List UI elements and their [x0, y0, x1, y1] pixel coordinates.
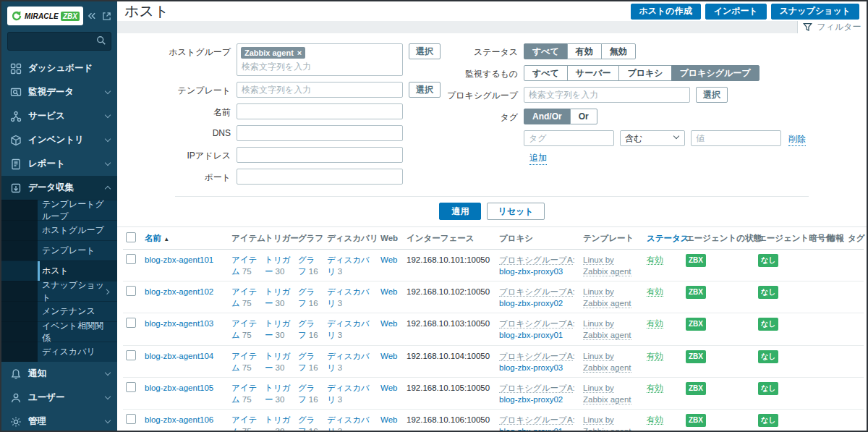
tag-value-input[interactable]: [691, 130, 781, 146]
select-all-checkbox[interactable]: [126, 232, 136, 242]
proxy-group-link[interactable]: プロキシグループA: [499, 287, 573, 297]
encryption-none-badge[interactable]: なし: [758, 350, 778, 363]
zbx-agent-badge[interactable]: ZBX: [686, 254, 706, 267]
sidebar-item-inventory[interactable]: インベントリ: [1, 128, 117, 152]
proxy-group-select-button[interactable]: 選択: [696, 87, 728, 103]
host-name-link[interactable]: blog-zbx-agent104: [145, 352, 213, 360]
submenu-item-hosts[interactable]: ホスト: [1, 261, 117, 281]
snapshot-button[interactable]: スナップショット: [771, 4, 859, 20]
tag-remove-link[interactable]: 削除: [788, 133, 806, 146]
template-input[interactable]: [237, 82, 403, 98]
sidebar-item-users[interactable]: ユーザー: [1, 386, 117, 410]
submenu-item-snapshot[interactable]: スナップショット: [1, 281, 117, 301]
template-link[interactable]: Linux by Zabbix agent: [583, 255, 631, 276]
hide-sidebar-icon[interactable]: [102, 12, 111, 21]
zbx-agent-badge[interactable]: ZBX: [686, 382, 706, 395]
sidebar-item-administration[interactable]: 管理: [1, 410, 117, 432]
miracle-zbx-logo[interactable]: MIRACLE ZBX: [7, 7, 83, 25]
discovery-link[interactable]: ディスカバリ: [327, 415, 370, 432]
web-link[interactable]: Web: [380, 352, 397, 360]
template-link[interactable]: Linux by Zabbix agent: [583, 319, 631, 340]
proxy-link[interactable]: blog-zbx-proxy01: [499, 331, 563, 339]
tag-operator-andor[interactable]: And/Or: [524, 109, 571, 124]
sidebar-item-monitoring[interactable]: 監視データ: [1, 80, 117, 104]
status-option-enabled[interactable]: 有効: [567, 43, 602, 59]
host-group-chip[interactable]: Zabbix agent×: [241, 47, 305, 59]
submenu-item-event-correlation[interactable]: イベント相関関係: [1, 321, 117, 342]
discovery-link[interactable]: ディスカバリ: [327, 352, 370, 372]
row-checkbox[interactable]: [126, 382, 136, 392]
zbx-agent-badge[interactable]: ZBX: [686, 286, 706, 299]
template-link[interactable]: Linux by Zabbix agent: [583, 384, 631, 405]
web-link[interactable]: Web: [380, 319, 397, 328]
sidebar-item-dashboard[interactable]: ダッシュボード: [1, 56, 117, 80]
proxy-group-link[interactable]: プロキシグループA: [499, 319, 573, 329]
discovery-link[interactable]: ディスカバリ: [327, 255, 370, 276]
proxy-group-link[interactable]: プロキシグループA: [499, 255, 573, 265]
proxy-group-link[interactable]: プロキシグループA: [499, 384, 573, 393]
template-link[interactable]: Linux by Zabbix agent: [583, 415, 631, 432]
tag-operator-or[interactable]: Or: [570, 109, 597, 124]
filter-tab[interactable]: フィルター: [797, 21, 867, 33]
discovery-link[interactable]: ディスカバリ: [327, 287, 370, 308]
proxy-group-input[interactable]: [524, 87, 690, 103]
proxy-group-link[interactable]: プロキシグループA: [499, 415, 573, 425]
encryption-none-badge[interactable]: なし: [758, 254, 778, 267]
tag-condition-select[interactable]: 含む: [620, 130, 685, 146]
monitored-by-option-proxy[interactable]: プロキシ: [618, 65, 671, 81]
proxy-link[interactable]: blog-zbx-proxy02: [499, 395, 563, 404]
status-enabled-link[interactable]: 有効: [647, 319, 663, 329]
port-input[interactable]: [237, 169, 403, 185]
status-enabled-link[interactable]: 有効: [647, 352, 663, 361]
proxy-link[interactable]: blog-zbx-proxy03: [499, 267, 563, 276]
row-checkbox[interactable]: [126, 318, 136, 328]
discovery-link[interactable]: ディスカバリ: [327, 319, 370, 339]
host-name-link[interactable]: blog-zbx-agent105: [145, 384, 213, 392]
host-name-link[interactable]: blog-zbx-agent106: [145, 415, 213, 424]
template-select-button[interactable]: 選択: [409, 82, 441, 98]
submenu-item-templates[interactable]: テンプレート: [1, 240, 117, 261]
encryption-none-badge[interactable]: なし: [758, 414, 778, 427]
row-checkbox[interactable]: [126, 350, 136, 360]
monitored-by-option-proxy-group[interactable]: プロキシグループ: [671, 65, 760, 81]
status-enabled-link[interactable]: 有効: [647, 255, 663, 265]
web-link[interactable]: Web: [380, 287, 397, 296]
sidebar-item-services[interactable]: サービス: [1, 104, 117, 128]
encryption-none-badge[interactable]: なし: [758, 382, 778, 395]
proxy-group-link[interactable]: プロキシグループA: [499, 352, 573, 361]
ip-address-input[interactable]: [237, 147, 403, 163]
reset-button[interactable]: リセット: [487, 203, 544, 220]
host-group-multiselect[interactable]: Zabbix agent× 検索文字列を入力: [237, 43, 403, 76]
host-name-link[interactable]: blog-zbx-agent101: [145, 255, 213, 264]
zbx-agent-badge[interactable]: ZBX: [686, 414, 706, 427]
apply-button[interactable]: 適用: [439, 203, 481, 220]
row-checkbox[interactable]: [126, 254, 136, 264]
dns-input[interactable]: [237, 125, 403, 141]
host-name-link[interactable]: blog-zbx-agent102: [145, 287, 213, 296]
zbx-agent-badge[interactable]: ZBX: [686, 350, 706, 363]
chip-remove-icon[interactable]: ×: [297, 48, 302, 57]
status-enabled-link[interactable]: 有効: [647, 384, 663, 393]
sidebar-item-reports[interactable]: レポート: [1, 152, 117, 176]
encryption-none-badge[interactable]: なし: [758, 286, 778, 299]
web-link[interactable]: Web: [380, 415, 397, 424]
status-enabled-link[interactable]: 有効: [647, 287, 663, 297]
web-link[interactable]: Web: [380, 384, 397, 392]
submenu-item-host-groups[interactable]: ホストグループ: [1, 220, 117, 240]
template-link[interactable]: Linux by Zabbix agent: [583, 287, 631, 308]
submenu-item-discovery[interactable]: ディスカバリ: [1, 342, 117, 362]
web-link[interactable]: Web: [380, 255, 397, 264]
tag-name-input[interactable]: [524, 130, 614, 146]
collapse-sidebar-icon[interactable]: [87, 12, 96, 20]
column-header-name[interactable]: 名前 ▲: [142, 227, 229, 250]
name-input[interactable]: [237, 103, 403, 119]
status-enabled-link[interactable]: 有効: [647, 415, 663, 425]
proxy-link[interactable]: blog-zbx-proxy01: [499, 427, 563, 432]
encryption-none-badge[interactable]: なし: [758, 318, 778, 331]
row-checkbox[interactable]: [126, 414, 136, 424]
submenu-item-maintenance[interactable]: メンテナンス: [1, 301, 117, 321]
monitored-by-option-all[interactable]: すべて: [524, 65, 568, 81]
host-name-link[interactable]: blog-zbx-agent103: [145, 319, 213, 328]
create-host-button[interactable]: ホストの作成: [631, 4, 701, 20]
status-option-disabled[interactable]: 無効: [601, 43, 636, 59]
